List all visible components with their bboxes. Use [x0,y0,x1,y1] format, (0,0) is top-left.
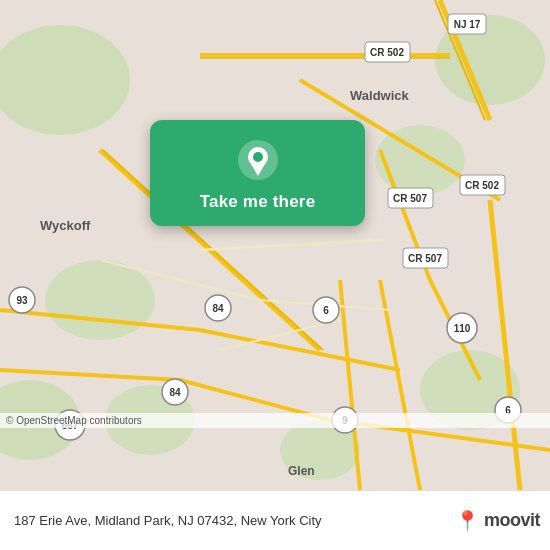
bottom-bar: 187 Erie Ave, Midland Park, NJ 07432, Ne… [0,490,550,550]
svg-text:110: 110 [454,323,471,334]
svg-text:Waldwick: Waldwick [350,88,410,103]
svg-point-62 [253,152,263,162]
address-text: 187 Erie Ave, Midland Park, NJ 07432, Ne… [14,512,455,530]
svg-point-3 [375,125,465,195]
take-me-there-button[interactable]: Take me there [200,192,316,212]
svg-text:CR 502: CR 502 [370,47,404,58]
moovit-pin-icon: 📍 [455,509,480,533]
svg-text:CR 507: CR 507 [393,193,427,204]
svg-text:CR 502: CR 502 [465,180,499,191]
svg-point-4 [45,260,155,340]
moovit-logo: 📍 moovit [455,509,540,533]
svg-text:84: 84 [212,303,224,314]
svg-text:NJ 17: NJ 17 [454,19,481,30]
map-container: NJ 17 CR 502 CR 502 CR 507 CR 507 93 84 … [0,0,550,490]
svg-text:Wyckoff: Wyckoff [40,218,91,233]
location-card: Take me there [150,120,365,226]
svg-text:6: 6 [323,305,329,316]
svg-text:84: 84 [169,387,181,398]
location-pin-icon [236,138,280,182]
svg-text:CR 507: CR 507 [408,253,442,264]
svg-text:93: 93 [16,295,28,306]
moovit-logo-text: moovit [484,510,540,531]
svg-text:Glen: Glen [288,464,315,478]
copyright-text: © OpenStreetMap contributors [6,415,142,426]
copyright-bar: © OpenStreetMap contributors [0,413,550,428]
